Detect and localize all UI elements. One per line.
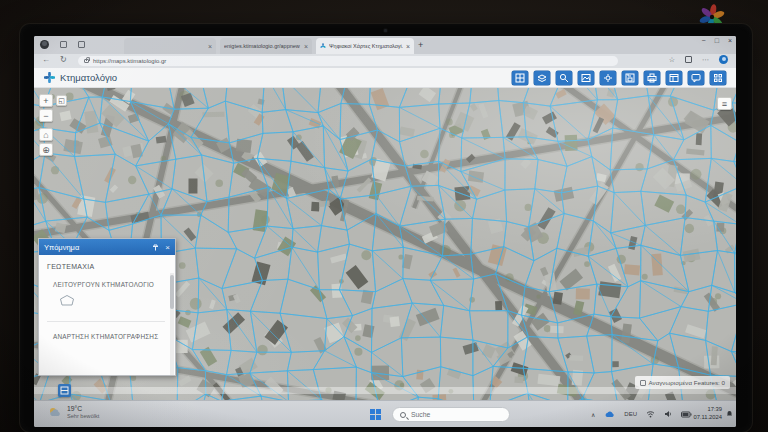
volume-icon[interactable] (664, 410, 672, 418)
app-title: Κτηματολόγιο (60, 72, 117, 83)
search-placeholder: Suche (411, 411, 430, 418)
workspaces-icon[interactable] (60, 41, 67, 48)
language-indicator[interactable]: DEU (624, 411, 637, 417)
features-count-text: Αναγνωρισμένα Features: 0 (649, 379, 725, 386)
taskbar-search-input[interactable]: Suche (392, 407, 510, 422)
window-minimize-button[interactable]: − (702, 37, 706, 44)
map-attribution-bar (34, 387, 736, 394)
legend-item: ΛΕΙΤΟΥΡΓΟΥΝ ΚΤΗΜΑΤΟΛΟΓΙΟ (53, 281, 165, 288)
battery-icon[interactable] (681, 411, 692, 418)
tab-favicon (320, 43, 326, 49)
back-icon[interactable]: ← (42, 55, 50, 64)
tab-label: Ψηφιακοί Χάρτες Κτηματολογί... (329, 43, 403, 49)
ktimatologio-logo (44, 72, 55, 83)
locate-button[interactable]: ⊕ (39, 143, 53, 156)
zoom-out-button[interactable]: − (39, 109, 53, 122)
basemap-gallery-button[interactable] (58, 384, 71, 397)
legend-panel: Υπόμνημα × ΓΕΩΤΕΜΑΧΙΑ ΛΕΙΤΟΥΡΓΟΥΝ ΚΤΗΜΑΤ… (38, 238, 176, 376)
search-icon (400, 412, 406, 418)
legend-body: ΓΕΩΤΕΜΑΧΙΑ ΛΕΙΤΟΥΡΓΟΥΝ ΚΤΗΜΑΤΟΛΟΓΙΟ ΑΝΑΡ… (39, 255, 175, 375)
profile-avatar[interactable] (719, 55, 728, 64)
tab-label: enigtes.ktimatologio.gr/appnew (224, 43, 301, 49)
browser-url-bar: ← ↻ https://maps.ktimatologio.gr ☆ ⋯ (34, 54, 736, 68)
url-text: https://maps.ktimatologio.gr (93, 58, 166, 64)
legend-close-icon[interactable]: × (165, 243, 170, 252)
home-button[interactable]: ⌂ (39, 128, 53, 141)
toolbar-layers-button[interactable] (534, 71, 550, 85)
map-canvas[interactable]: + ◱ − ⌂ ⊕ ≡ Υπόμνημα × ΓΕΩΤΕΜΑΧΙΑ ΛΕΙΤΟΥ… (34, 88, 736, 400)
toolbar-comments-button[interactable] (688, 71, 704, 85)
toolbar-search-button[interactable] (556, 71, 572, 85)
toolbar-save-button[interactable] (622, 71, 638, 85)
favorites-star-icon[interactable]: ☆ (669, 56, 675, 64)
toolbar-basemap-grid-button[interactable] (512, 71, 528, 85)
toolbar-table-button[interactable] (666, 71, 682, 85)
webcam-dot (384, 29, 387, 32)
browser-tab-bar: × enigtes.ktimatologio.gr/appnew × Ψηφια… (34, 36, 736, 54)
toolbar-apps-button[interactable] (710, 71, 726, 85)
browser-tab-2[interactable]: enigtes.ktimatologio.gr/appnew × (220, 38, 312, 54)
features-icon (640, 380, 646, 386)
more-menu-icon[interactable]: ⋯ (702, 56, 709, 64)
toolbar-measure-button[interactable] (600, 71, 616, 85)
tab-close-icon[interactable]: × (208, 43, 212, 50)
laptop-screen: × enigtes.ktimatologio.gr/appnew × Ψηφια… (34, 36, 736, 427)
weather-desc: Sehr bewölkt (67, 413, 99, 420)
legend-section-title: ΓΕΩΤΕΜΑΧΙΑ (47, 263, 165, 270)
legend-item: ΑΝΑΡΤΗΣΗ ΚΤΗΜΑΤΟΓΡΑΦΗΣΗΣ (53, 333, 165, 340)
windows-logo-icon (370, 409, 381, 420)
weather-cloud-icon (48, 406, 62, 419)
toolbar-imagery-button[interactable] (578, 71, 594, 85)
parcel-polygon-swatch (59, 294, 75, 307)
map-toolbar (512, 71, 726, 85)
window-close-button[interactable]: × (728, 37, 732, 44)
legend-toggle-button[interactable]: ≡ (717, 97, 732, 110)
photo-scene: × enigtes.ktimatologio.gr/appnew × Ψηφια… (0, 0, 768, 432)
windows-taskbar: 19°C Sehr bewölkt Suche ∧ DEU (34, 400, 736, 427)
wifi-icon[interactable] (646, 410, 655, 418)
tab-close-icon[interactable]: × (304, 43, 308, 50)
window-maximize-button[interactable]: □ (715, 37, 719, 44)
weather-widget[interactable]: 19°C Sehr bewölkt (48, 405, 99, 420)
features-status-chip: Αναγνωρισμένα Features: 0 (635, 376, 730, 389)
legend-scrollbar-thumb[interactable] (170, 275, 174, 309)
pin-icon[interactable] (152, 244, 159, 251)
browser-tab-active[interactable]: Ψηφιακοί Χάρτες Κτηματολογί... × (316, 38, 414, 54)
tab-list-icon[interactable] (78, 41, 85, 48)
address-input[interactable]: https://maps.ktimatologio.gr (78, 56, 618, 66)
clock-date: 07.11.2024 (693, 413, 722, 421)
notification-bell-icon[interactable] (726, 410, 733, 417)
legend-title: Υπόμνημα (44, 243, 146, 252)
toolbar-print-button[interactable] (644, 71, 660, 85)
tab-actions-icon[interactable] (40, 40, 49, 49)
legend-divider (47, 321, 165, 322)
weather-temp: 19°C (67, 405, 99, 413)
start-button[interactable] (370, 409, 381, 420)
browser-tab-1[interactable]: × (124, 38, 216, 54)
legend-scrollbar[interactable] (170, 273, 174, 375)
reload-icon[interactable]: ↻ (60, 55, 67, 64)
app-header: Κτηματολόγιο (34, 68, 736, 88)
tab-close-icon[interactable]: × (406, 43, 410, 50)
new-tab-button[interactable]: + (418, 39, 423, 51)
taskbar-clock[interactable]: 17:39 07.11.2024 (693, 405, 722, 421)
tray-chevron-icon[interactable]: ∧ (591, 411, 595, 418)
zoom-in-button[interactable]: + (39, 94, 53, 107)
legend-panel-titlebar[interactable]: Υπόμνημα × (39, 239, 175, 255)
collections-icon[interactable] (685, 56, 692, 63)
clock-time: 17:39 (693, 405, 722, 413)
onedrive-cloud-icon[interactable] (604, 410, 615, 418)
default-extent-button[interactable]: ◱ (56, 95, 67, 106)
lock-icon (84, 59, 89, 63)
